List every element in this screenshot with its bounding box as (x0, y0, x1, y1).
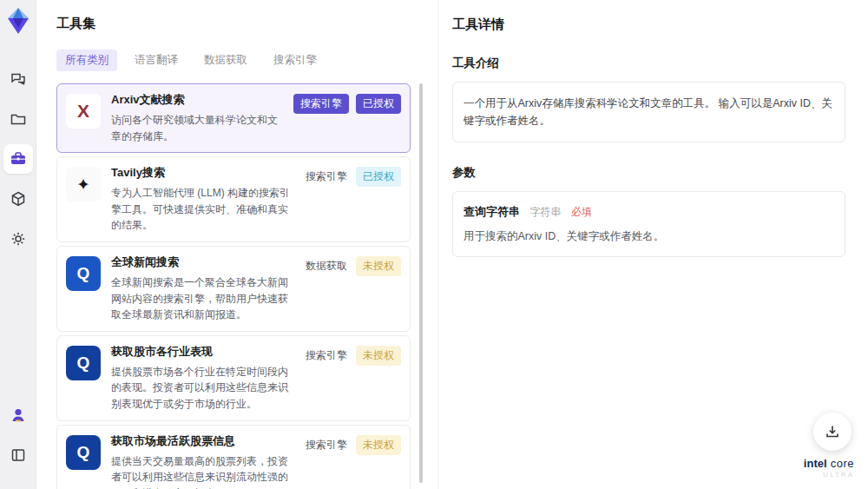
intel-core-logo: intel core ULTRA (804, 457, 854, 479)
category-badge: 搜索引擎 (293, 94, 349, 114)
auth-status-badge: 已授权 (356, 94, 401, 114)
news-glyph: Q (77, 264, 90, 283)
brand-intel: intel (804, 457, 827, 470)
param-required-flag: 必填 (571, 206, 592, 218)
tool-card-tavily[interactable]: ✦ Tavily搜索 专为人工智能代理 (LLM) 构建的搜索引擎工具。可快速提… (56, 156, 411, 242)
user-avatar[interactable] (3, 400, 33, 430)
category-tabs: 所有类别 语言翻译 数据获取 搜索引擎 (56, 50, 411, 71)
stock-glyph: Q (77, 443, 90, 462)
left-sidebar (0, 0, 36, 489)
tab-language-translation[interactable]: 语言翻译 (126, 50, 187, 71)
tool-card-sector-performance[interactable]: Q 获取股市各行业表现 提供股票市场各个行业在特定时间段内的表现。投资者可以利用… (56, 335, 411, 421)
param-type: 字符串 (529, 206, 561, 218)
app-logo-icon (5, 7, 31, 35)
sidebar-item-chat[interactable] (3, 64, 33, 94)
category-label: 搜索引擎 (304, 435, 349, 455)
tab-all-categories[interactable]: 所有类别 (56, 50, 117, 71)
cube-icon (10, 190, 27, 208)
tab-data-fetch[interactable]: 数据获取 (195, 50, 256, 71)
avatar-icon (9, 406, 28, 425)
params-heading: 参数 (452, 165, 845, 181)
tool-description: 全球新闻搜索是一个聚合全球各大新闻网站内容的搜索引擎，帮助用户快速获取全球最新资… (111, 274, 293, 323)
tavily-logo-icon: ✦ (66, 167, 101, 202)
download-button[interactable] (813, 413, 852, 451)
auth-status-badge: 未授权 (356, 256, 401, 276)
tool-intro-box: 一个用于从Arxiv存储库搜索科学论文和文章的工具。 输入可以是Arxiv ID… (452, 82, 845, 142)
tool-description: 访问各个研究领域大量科学论文和文章的存储库。 (111, 112, 283, 144)
tab-search-engine[interactable]: 搜索引擎 (265, 50, 326, 71)
tool-name: 全球新闻搜索 (111, 254, 293, 270)
auth-status-badge: 未授权 (356, 346, 401, 366)
chat-icon (10, 70, 27, 88)
toolbox-icon (10, 150, 27, 168)
auth-status-badge: 已授权 (356, 167, 401, 187)
tool-card-most-active-stocks[interactable]: Q 获取市场最活跃股票信息 提供当天交易量最高的股票列表，投资者可以利用这些信息… (56, 425, 411, 489)
sidebar-item-plugins[interactable] (3, 184, 33, 214)
tool-name: Arxiv文献搜索 (111, 92, 283, 108)
brand-core: core (831, 457, 854, 470)
param-description: 用于搜索的Arxiv ID、关键字或作者姓名。 (464, 228, 834, 245)
tool-description: 专为人工智能代理 (LLM) 构建的搜索引擎工具。可快速提供实时、准确和真实的结… (111, 185, 293, 234)
sidebar-item-settings[interactable] (3, 224, 33, 254)
sidebar-item-tools[interactable] (3, 144, 33, 174)
active-stocks-logo-icon: Q (66, 435, 101, 470)
tool-list-panel: 工具集 所有类别 语言翻译 数据获取 搜索引擎 X Arxiv文献搜索 访问各个… (36, 0, 437, 489)
tool-card-list: X Arxiv文献搜索 访问各个研究领域大量科学论文和文章的存储库。 搜索引擎 … (56, 83, 411, 489)
tool-name: Tavily搜索 (111, 165, 293, 181)
panel-toggle-icon (10, 447, 26, 463)
arxiv-glyph: X (77, 101, 89, 122)
stock-sector-logo-icon: Q (66, 346, 101, 380)
tool-card-global-news[interactable]: Q 全球新闻搜索 全球新闻搜索是一个聚合全球各大新闻网站内容的搜索引擎，帮助用户… (56, 246, 411, 332)
stock-glyph: Q (77, 354, 90, 373)
tavily-glyph: ✦ (76, 175, 90, 195)
category-label: 搜索引擎 (304, 167, 349, 187)
page-title: 工具集 (56, 16, 411, 32)
gear-icon (10, 230, 27, 248)
arxiv-logo-icon: X (66, 94, 101, 129)
download-icon (825, 424, 840, 439)
tool-description: 提供当天交易量最高的股票列表，投资者可以利用这些信息来识别流动性强的股票和潜在的… (111, 453, 293, 489)
collapse-sidebar-button[interactable] (3, 440, 33, 470)
global-news-logo-icon: Q (66, 256, 101, 291)
category-label: 搜索引擎 (304, 346, 349, 366)
tool-name: 获取股市各行业表现 (111, 344, 293, 360)
list-scrollbar[interactable] (419, 83, 423, 483)
folder-icon (10, 110, 27, 128)
tool-description: 提供股票市场各个行业在特定时间段内的表现。投资者可以利用这些信息来识别表现优于或… (111, 364, 293, 413)
detail-title: 工具详情 (452, 17, 845, 33)
auth-status-badge: 未授权 (356, 435, 401, 455)
category-label: 数据获取 (304, 256, 349, 276)
sidebar-item-files[interactable] (3, 104, 33, 134)
intro-heading: 工具介绍 (452, 56, 845, 71)
param-name: 查询字符串 (464, 205, 520, 218)
tool-card-arxiv[interactable]: X Arxiv文献搜索 访问各个研究领域大量科学论文和文章的存储库。 搜索引擎 … (56, 83, 411, 153)
tool-name: 获取市场最活跃股票信息 (111, 433, 293, 449)
brand-ultra: ULTRA (804, 471, 854, 479)
tool-detail-panel: 工具详情 工具介绍 一个用于从Arxiv存储库搜索科学论文和文章的工具。 输入可… (438, 0, 868, 489)
param-item: 查询字符串 字符串 必填 用于搜索的Arxiv ID、关键字或作者姓名。 (452, 191, 845, 257)
